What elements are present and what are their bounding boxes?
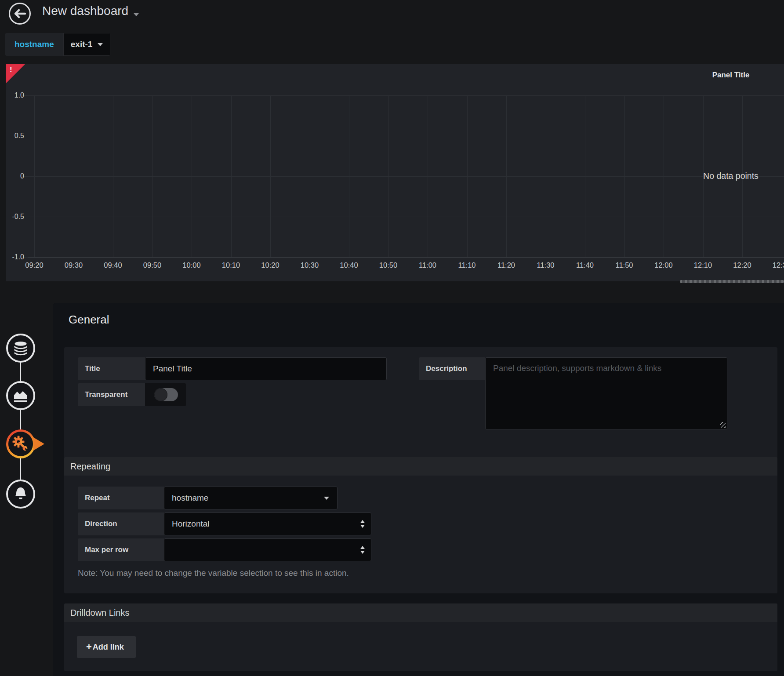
x-axis-label: 11:00: [408, 261, 447, 269]
tab-connector-line: [20, 348, 21, 494]
gridline-v: [506, 95, 507, 257]
gridline-v: [34, 95, 35, 257]
transparent-toggle-box: [145, 383, 186, 406]
add-link-button[interactable]: + Add link: [77, 636, 136, 658]
gridline-h: [28, 217, 784, 217]
max-per-row-select[interactable]: [164, 538, 371, 561]
chevron-down-icon: [134, 13, 139, 16]
repeating-note: Note: You may need to change the variabl…: [78, 568, 349, 578]
gridline-v: [664, 95, 664, 257]
gridline-v: [113, 95, 113, 257]
tab-queries[interactable]: [6, 334, 35, 363]
panel-title[interactable]: Panel Title: [712, 71, 750, 80]
repeat-row: Repeat hostname: [78, 487, 371, 509]
gridline-h: [28, 176, 784, 177]
gridline-v: [546, 95, 546, 257]
gridline-v: [231, 95, 232, 257]
direction-row: Direction Horizontal: [78, 512, 371, 535]
max-per-row-label: Max per row: [78, 538, 164, 561]
title-input[interactable]: Panel Title: [145, 357, 387, 380]
add-link-label: Add link: [93, 643, 124, 652]
gridline-h: [28, 95, 784, 96]
repeating-box: Repeating Repeat hostname Direction Hori…: [64, 457, 777, 593]
gridline-v: [585, 95, 585, 257]
y-axis-label: -1.0: [6, 253, 24, 261]
gridline-v: [349, 95, 349, 257]
chevron-down-icon: [98, 43, 103, 46]
x-axis-label: 09:30: [54, 261, 94, 269]
bell-icon: [12, 486, 29, 502]
toggle-knob: [154, 388, 167, 401]
database-icon: [12, 339, 29, 357]
x-axis-label: 10:20: [250, 261, 290, 269]
resize-handle[interactable]: [720, 422, 726, 428]
x-axis-label: 10:30: [290, 261, 330, 269]
direction-value: Horizontal: [172, 519, 210, 529]
direction-label: Direction: [78, 512, 164, 535]
x-axis-label: 12:00: [644, 261, 683, 269]
transparent-label: Transparent: [78, 383, 145, 406]
repeating-heading: Repeating: [64, 457, 777, 476]
gridline-v: [74, 95, 74, 257]
x-axis-label: 12:20: [722, 261, 762, 269]
gear-wrench-icon: [11, 434, 30, 454]
gridline-v: [388, 95, 389, 257]
tab-alert[interactable]: [6, 480, 35, 509]
arrow-left-icon: [13, 7, 26, 20]
panel-editor: General Title Panel Title Transparent De…: [53, 303, 784, 676]
horizontal-scrollbar[interactable]: [680, 280, 784, 283]
y-axis-label: 0: [6, 172, 24, 180]
drilldown-links-box: Drilldown Links + Add link: [64, 603, 777, 671]
variable-value: exit-1: [71, 40, 93, 49]
direction-select[interactable]: Horizontal: [164, 512, 371, 535]
x-axis-label: 09:20: [15, 261, 54, 269]
general-options-box: Title Panel Title Transparent Descriptio…: [64, 347, 777, 459]
gridline-v: [782, 95, 782, 257]
gridline-v: [270, 95, 271, 257]
gridline-v: [152, 95, 153, 257]
y-axis-label: 0.5: [6, 132, 24, 140]
x-axis-label: 12:10: [683, 261, 723, 269]
active-tab-pointer: [33, 437, 44, 451]
tab-visualization[interactable]: [6, 381, 35, 410]
title-row: Title Panel Title: [78, 357, 387, 380]
tab-general[interactable]: [6, 429, 35, 458]
repeat-select[interactable]: hostname: [164, 487, 338, 509]
graph-panel: ! Panel Title 1.00.50-0.5-1.009:2009:300…: [6, 64, 784, 281]
x-axis-label: 09:50: [133, 261, 172, 269]
x-axis-label: 10:50: [369, 261, 408, 269]
gridline-v: [624, 95, 625, 257]
transparent-toggle[interactable]: [154, 388, 178, 401]
select-arrows-icon: [360, 546, 365, 554]
variable-name-label: hostname: [5, 33, 63, 56]
x-axis-label: 10:10: [211, 261, 251, 269]
x-axis-label: 11:10: [447, 261, 487, 269]
transparent-row: Transparent: [78, 383, 387, 406]
x-axis-label: 11:30: [526, 261, 566, 269]
template-variable: hostname exit-1: [5, 33, 110, 56]
max-per-row-row: Max per row: [78, 538, 371, 561]
gridline-v: [428, 95, 428, 257]
y-axis-label: 1.0: [6, 91, 24, 99]
panel-error-corner-icon[interactable]: !: [6, 64, 25, 84]
back-button[interactable]: [9, 3, 31, 25]
x-axis-label: 10:00: [172, 261, 211, 269]
x-axis-label: 11:40: [565, 261, 605, 269]
repeat-label: Repeat: [78, 487, 164, 509]
description-placeholder: Panel description, supports markdown & l…: [493, 363, 661, 373]
gridline-h: [28, 257, 784, 258]
plus-icon: +: [86, 641, 92, 653]
no-data-label: No data points: [703, 171, 759, 181]
gridline-v: [192, 95, 192, 257]
x-axis-label: 11:50: [605, 261, 644, 269]
dashboard-title[interactable]: New dashboard: [42, 4, 128, 18]
y-axis-label: -0.5: [6, 213, 24, 221]
gridline-h: [28, 136, 784, 136]
editor-tab-heading: General: [69, 313, 109, 327]
gridline-v: [467, 95, 468, 257]
variable-value-dropdown[interactable]: exit-1: [63, 33, 111, 56]
x-axis-label: 11:20: [486, 261, 526, 269]
chevron-down-icon: [324, 497, 329, 500]
x-axis-label: 10:40: [329, 261, 369, 269]
description-textarea[interactable]: Panel description, supports markdown & l…: [485, 357, 727, 429]
